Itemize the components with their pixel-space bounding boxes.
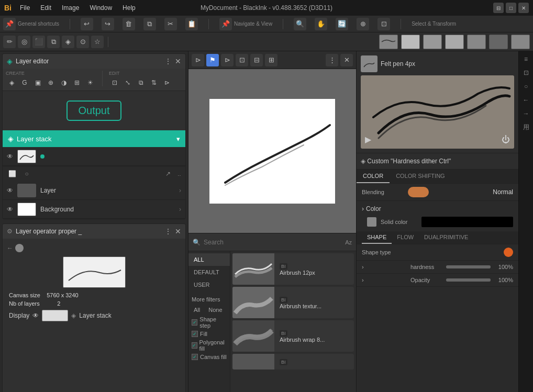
- brush-item-2[interactable]: BI Airbrush textur...: [232, 287, 354, 318]
- ctrl-circle-icon[interactable]: ○: [21, 169, 32, 179]
- brush-preview-small[interactable]: [379, 35, 398, 49]
- canvas-btn5[interactable]: ⊟: [250, 54, 263, 66]
- brush-opacity-control[interactable]: [467, 35, 486, 49]
- zoom-icon[interactable]: 🔍: [294, 18, 306, 30]
- eye-icon-bg[interactable]: 👁: [7, 206, 13, 213]
- more-icon[interactable]: ⊳: [161, 77, 173, 88]
- add-effect-icon[interactable]: ◑: [58, 77, 70, 88]
- brush-blend-control[interactable]: [489, 35, 508, 49]
- search-input[interactable]: [204, 239, 342, 246]
- tab-color[interactable]: COLOR: [357, 170, 390, 183]
- brush-cat-default[interactable]: DEFAULT: [188, 266, 230, 278]
- brush-item-1[interactable]: BI Airbrush 12px: [232, 253, 354, 285]
- tool-btn6[interactable]: ⊙: [76, 36, 89, 48]
- rotate-icon[interactable]: 🔄: [336, 18, 348, 30]
- layer-bg-expand-icon[interactable]: ›: [179, 206, 181, 213]
- menu-edit[interactable]: Edit: [36, 3, 55, 13]
- hardness-bar[interactable]: [446, 265, 491, 268]
- add-mask-icon[interactable]: ⊕: [45, 77, 57, 88]
- fit-icon[interactable]: ⊡: [377, 18, 390, 30]
- filter-all-btn[interactable]: All: [192, 306, 202, 313]
- tab-shape[interactable]: SHAPE: [362, 231, 392, 244]
- layer-item-background[interactable]: 👁 Background ›: [3, 200, 185, 219]
- copy-icon[interactable]: ⧉: [135, 77, 147, 88]
- add-layer-icon[interactable]: ◈: [6, 77, 17, 88]
- copy-button[interactable]: ⧉: [143, 18, 156, 30]
- merge-icon[interactable]: ⊡: [109, 77, 120, 88]
- filter-check-poly[interactable]: ✓: [192, 342, 197, 349]
- edge-btn5[interactable]: →: [520, 108, 532, 119]
- brush-extra-control[interactable]: [511, 35, 530, 49]
- menu-help[interactable]: Help: [118, 3, 140, 13]
- pin-icon[interactable]: 📌: [3, 18, 16, 30]
- canvas-btn1[interactable]: ⊳: [192, 54, 204, 66]
- delete-button[interactable]: 🗑: [123, 18, 135, 30]
- more-filters-btn[interactable]: More filters: [192, 294, 227, 305]
- edge-btn6[interactable]: 用: [520, 121, 532, 133]
- pan-icon[interactable]: ✋: [315, 18, 327, 30]
- paste-button[interactable]: 📋: [185, 18, 198, 30]
- color-expand[interactable]: › Color: [362, 203, 513, 215]
- eye-icon-layer[interactable]: 👁: [7, 187, 13, 194]
- tool-btn1[interactable]: ✏: [3, 36, 16, 48]
- layer-item-output[interactable]: 👁: [3, 147, 185, 166]
- canvas-menu-btn[interactable]: ⋮: [326, 54, 338, 66]
- menu-file[interactable]: File: [16, 3, 34, 13]
- canvas-btn6[interactable]: ⊞: [265, 54, 277, 66]
- pin2-icon[interactable]: 📌: [219, 18, 232, 30]
- blending-mode-value[interactable]: Normal: [493, 188, 513, 196]
- layer-editor-menu[interactable]: ⋮: [164, 57, 172, 65]
- tool-btn5[interactable]: ◈: [62, 36, 74, 48]
- color-swatch-black[interactable]: [421, 217, 513, 227]
- power-button[interactable]: ⏻: [502, 135, 510, 144]
- play-button[interactable]: ▶: [365, 135, 371, 144]
- layer-editor-close[interactable]: ✕: [175, 57, 181, 65]
- filter-check-canvas[interactable]: ✓: [192, 354, 198, 360]
- brush-cat-all[interactable]: ALL: [188, 253, 230, 266]
- brush-item-3[interactable]: BI Airbrush wrap 8...: [232, 320, 354, 352]
- brush-secondary-swatch[interactable]: [423, 35, 442, 49]
- az-icon[interactable]: Az: [345, 239, 352, 245]
- opacity-bar[interactable]: [446, 278, 491, 282]
- filter-check-fill[interactable]: ✓: [192, 331, 198, 337]
- canvas-btn2[interactable]: ⚑: [206, 54, 219, 66]
- add-sun-icon[interactable]: ☀: [84, 77, 96, 88]
- edge-btn2[interactable]: ⊡: [520, 67, 532, 79]
- layer-item-layer[interactable]: 👁 Layer ›: [3, 181, 185, 200]
- edge-btn1[interactable]: ≡: [520, 53, 532, 65]
- canvas-btn3[interactable]: ⊳: [221, 54, 234, 66]
- filter-check-shape[interactable]: ✓: [192, 319, 197, 326]
- add-stack-icon[interactable]: ▣: [32, 77, 43, 88]
- edge-btn3[interactable]: ○: [520, 81, 532, 92]
- brush-cat-user[interactable]: USER: [188, 278, 230, 291]
- canvas-content[interactable]: [188, 69, 356, 233]
- undo-button[interactable]: ↩: [81, 18, 93, 30]
- back-icon[interactable]: ←: [7, 244, 13, 252]
- tab-dualprimitive[interactable]: DUALPRIMITIVE: [419, 231, 473, 244]
- ctrl-square-icon[interactable]: ⬜: [7, 169, 17, 179]
- operator-close[interactable]: ✕: [175, 227, 181, 236]
- ctrl-arrow-icon[interactable]: ↗: [163, 169, 173, 179]
- transform-icon[interactable]: ⤡: [122, 77, 134, 88]
- brush-size-control[interactable]: [445, 35, 464, 49]
- filter-none-btn[interactable]: None: [206, 306, 224, 313]
- tool-btn7[interactable]: ☆: [91, 36, 104, 48]
- edge-btn4[interactable]: ←: [520, 94, 532, 106]
- redo-button[interactable]: ↪: [102, 18, 114, 30]
- canvas-btn4[interactable]: ⊡: [236, 54, 248, 66]
- shape-type-dot[interactable]: [504, 248, 513, 257]
- tool-btn3[interactable]: ⬛: [32, 36, 45, 48]
- menu-window[interactable]: Window: [85, 3, 116, 13]
- menu-image[interactable]: Image: [58, 3, 83, 13]
- tool-btn4[interactable]: ⧉: [47, 36, 60, 48]
- zoom-box-icon[interactable]: ⊕: [357, 18, 369, 30]
- canvas-close-btn[interactable]: ✕: [340, 54, 353, 66]
- minimize-button[interactable]: ⊟: [493, 3, 504, 13]
- tab-flow[interactable]: FLOW: [392, 231, 419, 244]
- close-button[interactable]: ✕: [518, 3, 529, 13]
- brush-item-4-partial[interactable]: BI: [232, 354, 354, 369]
- stack-chevron[interactable]: ▾: [176, 135, 180, 143]
- layer-stack-header[interactable]: ◈ Layer stack ▾: [3, 130, 185, 147]
- tool-btn2[interactable]: ◎: [18, 36, 30, 48]
- add-group-icon[interactable]: G: [19, 77, 30, 88]
